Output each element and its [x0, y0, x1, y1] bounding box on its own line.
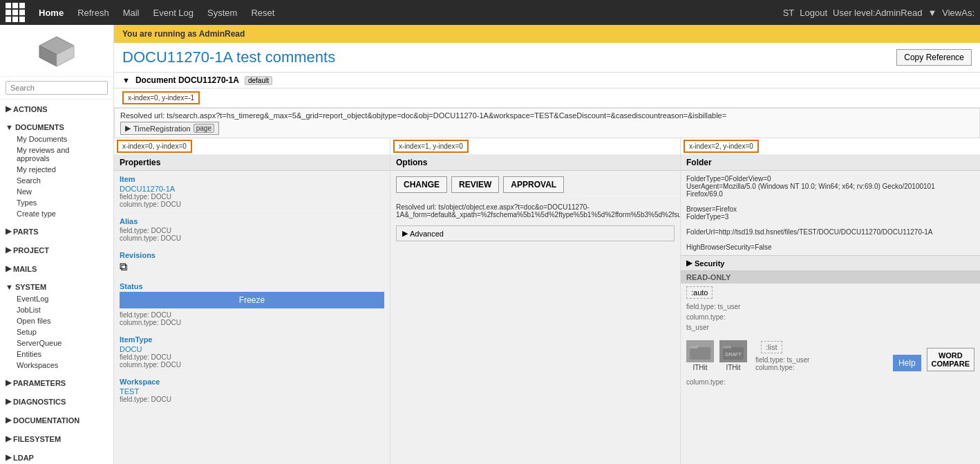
prop-label-workspace: Workspace: [120, 378, 384, 386]
folder-text: FolderType=0FolderView=0 UserAgent=Mozil…: [681, 171, 980, 255]
sidebar-item-new[interactable]: New: [6, 186, 108, 197]
sidebar-item-joblist[interactable]: JobList: [6, 304, 108, 315]
sidebar-item-openfiles[interactable]: Open files: [6, 315, 108, 326]
prop-row-alias: Alias field.type: DOCU column.type: DOCU: [114, 213, 390, 247]
properties-header: Properties: [114, 155, 390, 171]
sidebar-section-diagnostics: ▶ DIAGNOSTICS: [0, 392, 113, 411]
ithit-label-1: ITHit: [692, 364, 707, 371]
nav-viewas[interactable]: ViewAs:: [942, 8, 974, 18]
parts-arrow-icon: ▶: [6, 227, 11, 236]
sidebar-documentation-title[interactable]: ▶ DOCUMENTATION: [6, 414, 108, 427]
time-registration-button[interactable]: ▶ TimeRegistration page: [120, 122, 219, 135]
grid-menu-icon[interactable]: [6, 3, 25, 22]
sidebar-ldap-title[interactable]: ▶ LDAP: [6, 451, 108, 464]
prop-label-alias: Alias: [120, 217, 384, 225]
advanced-button[interactable]: ▶ Advanced: [396, 225, 675, 241]
svg-rect-4: [690, 346, 698, 349]
sidebar-diagnostics-title[interactable]: ▶ DIAGNOSTICS: [6, 395, 108, 408]
change-button[interactable]: CHANGE: [396, 176, 447, 193]
sidebar-parts-title[interactable]: ▶ PARTS: [6, 225, 108, 238]
status-freeze-button[interactable]: Freeze: [120, 292, 384, 308]
sidebar-section-project: ▶ PROJECT: [0, 241, 113, 259]
nav-userlevel[interactable]: User level:AdminRead: [833, 8, 922, 18]
nav-home[interactable]: Home: [32, 8, 70, 18]
doc-default-tag: default: [245, 76, 272, 85]
search-input[interactable]: [6, 81, 108, 95]
security-header[interactable]: ▶ Security: [681, 255, 980, 271]
nav-reset[interactable]: Reset: [244, 8, 281, 18]
revisions-icon[interactable]: ⧉: [120, 261, 384, 273]
nav-refresh[interactable]: Refresh: [70, 8, 116, 18]
folder-svg-2: DRAFT: [723, 343, 744, 360]
sidebar-item-myreviews[interactable]: My reviews and approvals: [6, 145, 108, 164]
nav-logout[interactable]: Logout: [800, 8, 827, 18]
ldap-arrow-icon: ▶: [6, 453, 11, 462]
sidebar-section-parts: ▶ PARTS: [0, 222, 113, 241]
prop-row-revisions: Revisions ⧉: [114, 247, 390, 278]
project-label: PROJECT: [13, 246, 49, 254]
sidebar-section-documents: ▼ DOCUMENTS My Documents My reviews and …: [0, 118, 113, 222]
copy-reference-button[interactable]: Copy Reference: [896, 49, 972, 66]
review-button[interactable]: REVIEW: [451, 176, 499, 193]
prop-value-item[interactable]: DOCU11270-1A: [120, 185, 384, 193]
prop-label-revisions: Revisions: [120, 251, 384, 259]
expand-icon: ▶: [125, 124, 131, 133]
doc-collapse-icon[interactable]: ▼: [122, 76, 130, 84]
sidebar-item-eventlog[interactable]: EventLog: [6, 293, 108, 304]
documents-label: DOCUMENTS: [15, 123, 64, 131]
sidebar-item-entities[interactable]: Entities: [6, 349, 108, 360]
prop-row-workspace: Workspace TEST field.type: DOCU: [114, 373, 390, 408]
sidebar-project-title[interactable]: ▶ PROJECT: [6, 243, 108, 257]
sidebar-item-myrejected[interactable]: My rejected: [6, 164, 108, 175]
mails-arrow-icon: ▶: [6, 264, 11, 273]
sidebar-parameters-title[interactable]: ▶ PARAMETERS: [6, 376, 108, 389]
top-index-row: x-index=0, y-index=-1: [114, 89, 980, 108]
field-meta-1: field.type: ts_user: [681, 301, 980, 312]
nav-mail[interactable]: Mail: [116, 8, 147, 18]
sidebar-search: [0, 77, 113, 100]
prop-meta-itemtype-1: field.type: DOCU: [120, 353, 384, 361]
sidebar-system-title[interactable]: ▼ SYSTEM: [6, 281, 108, 293]
sidebar-item-search[interactable]: Search: [6, 175, 108, 186]
col0-index-row: x-index=0, y-index=0: [114, 138, 390, 155]
diagnostics-label: DIAGNOSTICS: [13, 398, 66, 406]
col2-index-row: x-index=2, y-index=0: [681, 138, 980, 155]
field-meta-bottom: column.type:: [681, 377, 980, 387]
doc-header-label: Document DOCU11270-1A: [135, 75, 239, 85]
list-field-block: :list field.type: ts_user column.type:: [753, 338, 887, 371]
nav-dropdown-icon[interactable]: ▼: [927, 8, 936, 18]
main-layout: ▶ ACTIONS ▼ DOCUMENTS My Documents My re…: [0, 25, 980, 464]
field-meta-2: column.type:: [681, 312, 980, 322]
prop-meta-status-2: column.type: DOCU: [120, 319, 384, 326]
sidebar-item-mydocuments[interactable]: My Documents: [6, 133, 108, 145]
sidebar-section-parameters: ▶ PARAMETERS: [0, 373, 113, 392]
word-compare-button[interactable]: WORD COMPARE: [927, 348, 974, 371]
index-box-col2: x-index=2, y-index=0: [684, 140, 759, 153]
doc-section: ▼ Document DOCU11270-1A default: [114, 73, 980, 89]
ithit-icon-2-block: DRAFT ITHit: [719, 340, 747, 371]
sidebar-filesystem-title[interactable]: ▶ FILESYSTEM: [6, 432, 108, 445]
index-box-col1: x-index=1, y-index=0: [393, 140, 469, 153]
sidebar-item-setup[interactable]: Setup: [6, 326, 108, 337]
sidebar-item-workspaces[interactable]: Workspaces: [6, 360, 108, 371]
sidebar-item-createtype[interactable]: Create type: [6, 208, 108, 219]
folder-svg-1: [690, 343, 710, 360]
ithit-icon-1[interactable]: [686, 340, 714, 362]
help-button[interactable]: Help: [893, 355, 921, 371]
approval-button[interactable]: APPROVAL: [503, 176, 564, 193]
options-buttons: CHANGE REVIEW APPROVAL: [390, 171, 680, 198]
prop-value-itemtype[interactable]: DOCU: [120, 345, 384, 353]
prop-value-workspace[interactable]: TEST: [120, 387, 384, 396]
resolved-url-text: Resolved url: ts/search.aspx?t=hs_timere…: [120, 111, 726, 120]
time-reg-label: TimeRegistration: [133, 124, 191, 133]
nav-system[interactable]: System: [200, 8, 244, 18]
page-title: DOCU11270-1A test comments: [122, 48, 335, 66]
nav-st[interactable]: ST: [783, 8, 795, 18]
sidebar-documents-title[interactable]: ▼ DOCUMENTS: [6, 121, 108, 133]
nav-eventlog[interactable]: Event Log: [147, 8, 201, 18]
sidebar-item-serverqueue[interactable]: ServerQueue: [6, 337, 108, 349]
sidebar-actions-title[interactable]: ▶ ACTIONS: [6, 102, 108, 115]
sidebar-item-types[interactable]: Types: [6, 197, 108, 208]
sidebar-mails-title[interactable]: ▶ MAILS: [6, 262, 108, 275]
ithit-icon-2[interactable]: DRAFT: [719, 340, 747, 362]
